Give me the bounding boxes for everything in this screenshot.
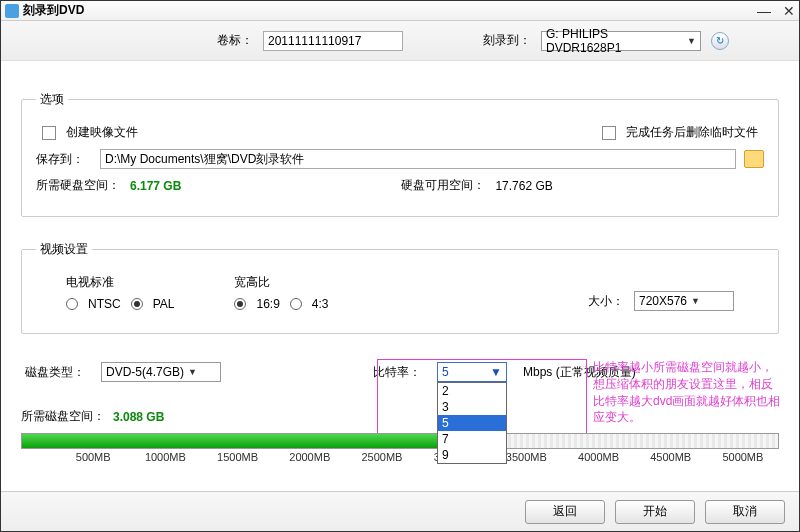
a169-label: 16:9 [256,297,279,311]
size-label: 大小： [588,293,624,310]
footer: 返回 开始 取消 [1,491,799,531]
tick-label: 2000MB [289,451,330,463]
window-title: 刻录到DVD [23,2,757,19]
disk-req-value: 3.088 GB [113,410,164,424]
req-space-label: 所需硬盘空间： [36,177,120,194]
aspect-label: 宽高比 [234,274,328,291]
volume-label: 卷标： [217,32,253,49]
tick-label: 5000MB [722,451,763,463]
chevron-down-icon: ▼ [687,36,696,46]
annotation-text: 比特率越小所需磁盘空间就越小，想压缩体积的朋友设置这里，相反比特率越大dvd画面… [593,359,783,426]
delete-temp-checkbox[interactable] [602,126,616,140]
disk-usage-bar [21,433,779,449]
burnto-dropdown[interactable]: G: PHILIPS DVDR1628P1 ▼ [541,31,701,51]
top-row: 卷标： 刻录到： G: PHILIPS DVDR1628P1 ▼ ↻ [1,21,799,61]
chevron-down-icon: ▼ [188,367,197,377]
start-button[interactable]: 开始 [615,500,695,524]
disk-usage-fill [22,434,460,448]
ntsc-label: NTSC [88,297,121,311]
tick-label: 3500MB [506,451,547,463]
saveto-label: 保存到： [36,151,92,168]
minimize-icon[interactable]: — [757,3,771,19]
a169-radio[interactable] [234,298,246,310]
disk-ticks: 500MB1000MB1500MB2000MB2500MB3000MB3500M… [21,451,779,465]
create-image-checkbox[interactable] [42,126,56,140]
tick-label: 4000MB [578,451,619,463]
titlebar: 刻录到DVD — ✕ [1,1,799,21]
tick-label: 4500MB [650,451,691,463]
browse-folder-button[interactable] [744,150,764,168]
a43-radio[interactable] [290,298,302,310]
tick-label: 2500MB [361,451,402,463]
video-legend: 视频设置 [36,241,92,258]
tick-label: 1000MB [145,451,186,463]
disk-req-label: 所需磁盘空间： [21,408,105,425]
bitrate-option[interactable]: 2 [438,383,506,399]
burnto-value: G: PHILIPS DVDR1628P1 [546,27,683,55]
bitrate-option[interactable]: 5 [438,415,506,431]
chevron-down-icon: ▼ [691,296,700,306]
create-image-label: 创建映像文件 [66,124,138,141]
bitrate-option[interactable]: 7 [438,431,506,447]
close-icon[interactable]: ✕ [783,3,795,19]
app-icon [5,4,19,18]
bitrate-options-list[interactable]: 23579 [437,382,507,464]
saveto-input[interactable]: D:\My Documents\狸窝\DVD刻录软件 [100,149,736,169]
bitrate-option[interactable]: 9 [438,447,506,463]
size-dropdown[interactable]: 720X576 ▼ [634,291,734,311]
video-group: 视频设置 电视标准 NTSC PAL 宽高比 16:9 [21,241,779,334]
options-legend: 选项 [36,91,68,108]
burnto-label: 刻录到： [483,32,531,49]
a43-label: 4:3 [312,297,329,311]
pal-radio[interactable] [131,298,143,310]
disc-type-label: 磁盘类型： [25,364,85,381]
refresh-button[interactable]: ↻ [711,32,729,50]
bitrate-option[interactable]: 3 [438,399,506,415]
ntsc-radio[interactable] [66,298,78,310]
options-group: 选项 创建映像文件 完成任务后删除临时文件 保存到： D:\My Documen… [21,91,779,217]
volume-input[interactable] [263,31,403,51]
avail-space-label: 硬盘可用空间： [401,177,485,194]
tv-label: 电视标准 [66,274,174,291]
delete-temp-label: 完成任务后删除临时文件 [626,124,758,141]
req-space-value: 6.177 GB [130,179,181,193]
cancel-button[interactable]: 取消 [705,500,785,524]
tick-label: 500MB [76,451,111,463]
pal-label: PAL [153,297,175,311]
tick-label: 1500MB [217,451,258,463]
back-button[interactable]: 返回 [525,500,605,524]
avail-space-value: 17.762 GB [495,179,552,193]
disc-type-dropdown[interactable]: DVD-5(4.7GB) ▼ [101,362,221,382]
